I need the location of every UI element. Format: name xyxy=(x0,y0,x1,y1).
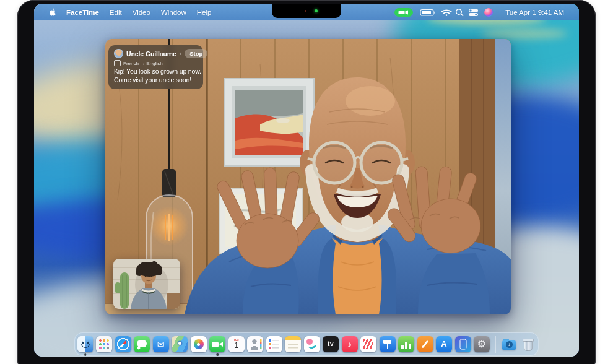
status-icons xyxy=(394,7,500,18)
dock-icon-calendar[interactable]: Tue1 xyxy=(228,336,245,352)
marketing-canvas: FaceTimeEditVideoWindowHelp xyxy=(0,0,613,364)
dock-icon-music[interactable]: ♪ xyxy=(342,336,358,352)
dock-item: ↓ xyxy=(501,336,517,352)
menu-item-window[interactable]: Window xyxy=(161,9,186,16)
dock-icon-finder[interactable] xyxy=(77,336,93,352)
dock-icon-iphone-mirroring[interactable] xyxy=(455,336,471,352)
dock-item xyxy=(266,336,282,352)
dock-item xyxy=(398,336,414,352)
dock-item xyxy=(96,336,112,352)
dock-item: ⚙ xyxy=(474,336,490,352)
dock-icon-pages[interactable] xyxy=(417,336,433,352)
macbook-screen: FaceTimeEditVideoWindowHelp xyxy=(34,4,579,357)
caption-line: Kip! You look so grown up now. xyxy=(114,67,198,76)
dock-item xyxy=(77,336,93,352)
dock-icon-contacts[interactable] xyxy=(247,336,263,352)
menu-item-help[interactable]: Help xyxy=(197,9,212,16)
picture-frame-painting xyxy=(224,79,314,166)
dock-icon-mail[interactable]: ✉ xyxy=(153,336,169,352)
dock-item: tv xyxy=(323,336,339,352)
menu-item-video[interactable]: Video xyxy=(133,9,150,16)
menu-item-facetime[interactable]: FaceTime xyxy=(66,9,99,16)
dock-item xyxy=(209,336,225,352)
dock-icon-messages[interactable] xyxy=(134,336,150,352)
menu-items-container: FaceTimeEditVideoWindowHelp xyxy=(66,9,222,16)
dock-icon-news[interactable] xyxy=(360,336,376,352)
menu-bar-left: FaceTimeEditVideoWindowHelp xyxy=(34,8,222,16)
dock-item xyxy=(417,336,433,352)
dock-icon-reminders[interactable] xyxy=(266,336,282,352)
dock-item xyxy=(247,336,263,352)
caller-avatar xyxy=(114,49,123,58)
stop-translation-button[interactable]: Stop xyxy=(185,49,207,58)
dock-icon-downloads[interactable]: ↓ xyxy=(501,336,517,352)
dock-icon-photos[interactable] xyxy=(191,336,207,352)
dock-icon-facetime[interactable] xyxy=(209,336,225,352)
dock: ✉Tue1tv♪A⚙↓ xyxy=(74,332,539,356)
dock-item xyxy=(115,336,131,352)
dock-icon-keynote[interactable] xyxy=(380,336,396,352)
battery-icon[interactable] xyxy=(420,9,435,15)
live-caption-overlay: Uncle Guillaume › Stop French → English … xyxy=(108,45,203,89)
dock-icon-settings[interactable]: ⚙ xyxy=(474,336,490,352)
control-center-icon[interactable] xyxy=(469,9,478,16)
spotlight-search-icon[interactable] xyxy=(456,9,463,15)
dock-item xyxy=(380,336,396,352)
dock-icon-launchpad[interactable] xyxy=(96,336,112,352)
dock-item xyxy=(520,336,536,352)
translation-icon xyxy=(114,60,121,66)
dock-icon-safari[interactable] xyxy=(115,336,131,352)
facetime-window[interactable]: Uncle Guillaume › Stop French → English … xyxy=(105,39,511,314)
dock-icon-appstore[interactable]: A xyxy=(436,336,452,352)
dock-icon-trash[interactable] xyxy=(520,336,536,352)
self-view-pip[interactable] xyxy=(113,259,180,309)
dock-item xyxy=(172,336,188,352)
camera-active-indicator[interactable] xyxy=(394,8,413,17)
translation-languages: French → English xyxy=(123,61,163,66)
apple-menu-logo[interactable] xyxy=(49,8,56,16)
dock-item: Tue1 xyxy=(228,336,245,352)
wifi-icon[interactable] xyxy=(441,10,451,16)
dock-item xyxy=(134,336,150,352)
dock-icon-maps[interactable] xyxy=(172,336,188,352)
display-notch xyxy=(272,4,341,18)
dock-item xyxy=(455,336,471,352)
dock-item: A xyxy=(436,336,452,352)
dock-divider xyxy=(495,336,496,353)
menu-item-edit[interactable]: Edit xyxy=(110,9,122,16)
camera-sensor-dot xyxy=(305,10,306,12)
menu-bar-clock[interactable]: Tue Apr 1 9:41 AM xyxy=(505,9,564,16)
dock-item: ♪ xyxy=(342,336,358,352)
caption-line: Come visit your uncle soon! xyxy=(114,76,198,85)
chevron-right-icon[interactable]: › xyxy=(180,50,181,57)
dock-item: ✉ xyxy=(153,336,169,352)
menu-bar-right: Tue Apr 1 9:41 AM xyxy=(394,7,579,18)
dock-item xyxy=(304,336,320,352)
dock-icon-appletv[interactable]: tv xyxy=(323,336,339,352)
dock-icon-notes[interactable] xyxy=(285,336,301,352)
dock-item xyxy=(191,336,207,352)
dock-item xyxy=(285,336,301,352)
running-indicator xyxy=(84,353,87,356)
camera-led xyxy=(315,9,318,12)
running-indicator xyxy=(216,353,219,356)
caller-name[interactable]: Uncle Guillaume xyxy=(126,50,176,58)
macbook-frame: FaceTimeEditVideoWindowHelp xyxy=(17,0,596,364)
siri-icon[interactable] xyxy=(484,8,493,17)
dock-icon-numbers[interactable] xyxy=(398,336,414,352)
dock-item xyxy=(360,336,376,352)
dock-icon-freeform[interactable] xyxy=(304,336,320,352)
